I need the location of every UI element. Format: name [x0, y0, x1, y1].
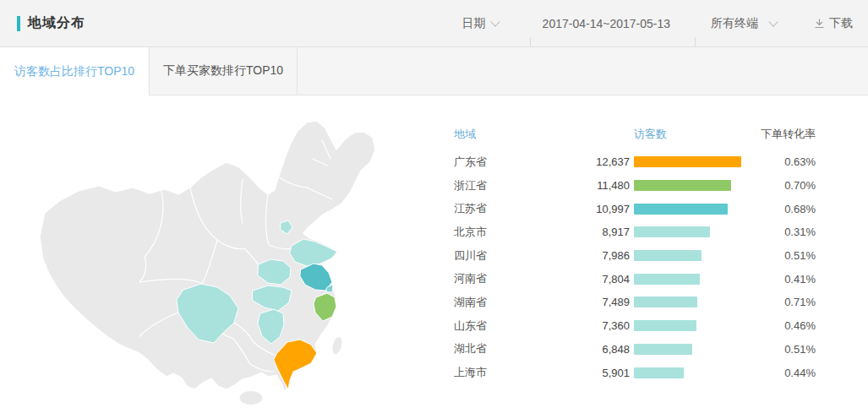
download-icon — [814, 18, 825, 30]
ranking-table: 地域 访客数 下单转化率 广东省 12,637 0.63% 浙江省 11,480… — [452, 123, 816, 384]
date-dropdown-label: 日期 — [462, 16, 486, 31]
visitor-count: 8,917 — [545, 226, 630, 238]
china-map[interactable] — [21, 110, 427, 405]
table-row: 湖北省 6,848 0.51% — [452, 338, 816, 362]
visitor-bar — [634, 226, 710, 237]
date-dropdown[interactable]: 日期 — [462, 16, 499, 31]
table-row: 北京市 8,917 0.31% — [452, 220, 816, 244]
region-label: 北京市 — [452, 225, 545, 240]
title-accent-bar — [17, 16, 20, 31]
conversion-rate: 0.31% — [756, 226, 816, 238]
conversion-rate: 0.71% — [756, 296, 816, 308]
chevron-down-icon — [490, 17, 500, 26]
visitor-count: 7,360 — [545, 319, 630, 332]
region-label: 湖北省 — [452, 341, 545, 356]
visitor-count: 7,986 — [545, 249, 630, 262]
page-title: 地域分布 — [28, 14, 85, 32]
region-label: 湖南省 — [452, 295, 545, 310]
table-row: 山东省 7,360 0.46% — [452, 314, 816, 338]
visitor-bar — [634, 204, 728, 215]
conversion-rate: 0.68% — [756, 203, 816, 215]
visitor-bar — [634, 156, 741, 167]
conversion-rate: 0.41% — [756, 273, 816, 286]
conversion-rate: 0.46% — [756, 319, 816, 332]
table-row: 四川省 7,986 0.51% — [452, 244, 816, 268]
regional-distribution-panel: 地域分布 日期 2017-04-14~2017-05-13 所有终端 下载 访客… — [0, 0, 868, 408]
table-row: 江苏省 10,997 0.68% — [452, 197, 816, 220]
region-label: 河南省 — [452, 271, 545, 286]
title-block: 地域分布 — [17, 14, 85, 32]
region-label: 浙江省 — [452, 178, 545, 193]
chevron-down-icon — [768, 17, 778, 26]
island-hainan — [239, 391, 263, 405]
table-row: 广东省 12,637 0.63% — [452, 150, 816, 174]
date-range-display[interactable]: 2017-04-14~2017-05-13 — [543, 17, 670, 30]
visitor-bar — [634, 274, 700, 285]
region-label: 上海市 — [452, 365, 545, 380]
table-row: 上海市 5,901 0.44% — [452, 361, 816, 384]
terminal-dropdown-value: 所有终端 — [711, 16, 758, 31]
tab-bar: 访客数占比排行TOP10 下单买家数排行TOP10 — [0, 47, 868, 95]
tab-visitor-ranking[interactable]: 访客数占比排行TOP10 — [0, 47, 149, 95]
header-section-divider — [695, 37, 696, 46]
table-row: 河南省 7,804 0.41% — [452, 267, 816, 291]
province-shandong[interactable] — [290, 239, 337, 266]
col-header-conversion: 下单转化率 — [756, 127, 816, 142]
conversion-rate: 0.51% — [756, 249, 816, 262]
visitor-bar — [634, 180, 731, 191]
table-header-row: 地域 访客数 下单转化率 — [452, 123, 816, 145]
terminal-dropdown[interactable]: 所有终端 — [711, 16, 777, 31]
download-label: 下载 — [829, 16, 853, 31]
col-header-region: 地域 — [452, 127, 545, 142]
visitor-bar — [634, 367, 684, 378]
table-row: 湖南省 7,489 0.71% — [452, 291, 816, 314]
visitor-count: 6,848 — [545, 343, 630, 356]
region-label: 广东省 — [452, 155, 545, 170]
visitor-count: 5,901 — [545, 367, 630, 379]
visitor-count: 10,997 — [545, 203, 630, 215]
visitor-count: 7,489 — [545, 296, 630, 308]
table-body: 广东省 12,637 0.63% 浙江省 11,480 0.70% 江苏省 10… — [452, 150, 816, 384]
tab-order-buyer-ranking[interactable]: 下单买家数排行TOP10 — [149, 47, 298, 95]
header-controls: 日期 2017-04-14~2017-05-13 所有终端 下载 — [462, 0, 853, 47]
conversion-rate: 0.63% — [756, 155, 816, 168]
island-taiwan — [330, 335, 344, 356]
visitor-bar — [634, 344, 692, 355]
conversion-rate: 0.70% — [756, 179, 816, 192]
region-label: 四川省 — [452, 248, 545, 264]
region-label: 山东省 — [452, 318, 545, 334]
tab-bar-filler — [298, 47, 868, 95]
table-row: 浙江省 11,480 0.70% — [452, 174, 816, 198]
visitor-bar — [634, 250, 701, 261]
visitor-count: 12,637 — [545, 155, 630, 168]
download-button[interactable]: 下载 — [814, 16, 853, 31]
visitor-bar — [634, 296, 697, 307]
header-section-divider — [530, 37, 531, 46]
panel-header: 地域分布 日期 2017-04-14~2017-05-13 所有终端 下载 — [0, 0, 868, 47]
col-header-visitors: 访客数 — [630, 127, 756, 142]
visitor-count: 7,804 — [545, 273, 630, 286]
conversion-rate: 0.44% — [756, 367, 816, 379]
conversion-rate: 0.51% — [756, 343, 816, 356]
visitor-count: 11,480 — [545, 179, 630, 192]
visitor-bar — [634, 320, 696, 331]
region-label: 江苏省 — [452, 201, 545, 216]
